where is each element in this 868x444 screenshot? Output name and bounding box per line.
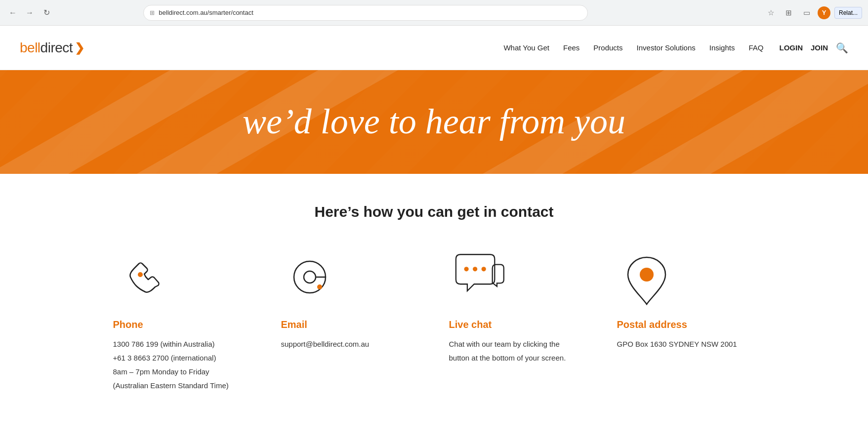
browser-chrome: ← → ↻ ⊞ belldirect.com.au/smarter/contac… — [0, 0, 868, 26]
nav-item-fees[interactable]: Fees — [563, 43, 579, 52]
postal-icon — [617, 250, 676, 309]
nav-item-faq[interactable]: FAQ — [748, 43, 763, 52]
phone-body: 1300 786 199 (within Australia) +61 3 86… — [113, 338, 229, 394]
email-body: support@belldirect.com.au — [281, 338, 370, 352]
email-title: Email — [281, 319, 307, 330]
site-wrapper: belldirect ❯ What You Get Fees Products … — [0, 26, 868, 433]
logo-arrow-icon: ❯ — [75, 41, 84, 55]
logo-text: belldirect — [20, 40, 73, 56]
svg-point-6 — [304, 271, 316, 283]
nav-item-products[interactable]: Products — [593, 43, 622, 52]
url-text: belldirect.com.au/smarter/contact — [159, 9, 581, 16]
search-icon: 🔍 — [836, 42, 848, 53]
address-bar[interactable]: ⊞ belldirect.com.au/smarter/contact — [143, 5, 588, 21]
join-button[interactable]: JOIN — [811, 43, 828, 52]
extensions-button[interactable]: ⊞ — [782, 6, 796, 20]
svg-point-4 — [138, 273, 142, 277]
site-header: belldirect ❯ What You Get Fees Products … — [0, 26, 868, 70]
phone-icon — [113, 250, 172, 309]
nav-actions: LOGIN JOIN 🔍 — [779, 42, 848, 54]
postal-title: Postal address — [617, 319, 687, 330]
email-icon — [281, 250, 340, 309]
contact-card-postal: Postal address GPO Box 1630 SYDNEY NSW 2… — [617, 250, 755, 394]
back-button[interactable]: ← — [6, 6, 20, 20]
security-icon: ⊞ — [150, 9, 155, 16]
contact-cards: Phone 1300 786 199 (within Australia) +6… — [88, 250, 780, 394]
contact-card-email: Email support@belldirect.com.au — [281, 250, 419, 394]
svg-point-10 — [473, 267, 477, 271]
live-chat-icon — [449, 250, 508, 309]
contact-card-phone: Phone 1300 786 199 (within Australia) +6… — [113, 250, 251, 394]
phone-title: Phone — [113, 319, 143, 330]
contact-section: Here’s how you can get in contact Phone … — [0, 174, 868, 433]
nav-buttons: ← → ↻ — [6, 6, 53, 20]
svg-point-8 — [317, 284, 322, 289]
contact-card-live-chat: Live chat Chat with our team by clicking… — [449, 250, 587, 394]
reload-button[interactable]: ↻ — [40, 6, 53, 20]
svg-point-11 — [481, 267, 486, 271]
hero-banner: we’d love to hear from you — [0, 70, 868, 174]
postal-body: GPO Box 1630 SYDNEY NSW 2001 — [617, 338, 737, 352]
svg-point-12 — [640, 268, 654, 282]
bookmark-button[interactable]: ☆ — [764, 6, 778, 20]
search-button[interactable]: 🔍 — [836, 42, 848, 54]
relat-button[interactable]: Relat... — [834, 7, 862, 19]
hero-headline: we’d love to hear from you — [243, 102, 625, 141]
forward-button[interactable]: → — [23, 6, 37, 20]
login-button[interactable]: LOGIN — [779, 43, 803, 52]
nav-item-what-you-get[interactable]: What You Get — [503, 43, 549, 52]
browser-actions: ☆ ⊞ ▭ Y Relat... — [764, 6, 862, 20]
sidebar-button[interactable]: ▭ — [800, 6, 814, 20]
svg-point-9 — [464, 267, 468, 271]
profile-avatar[interactable]: Y — [818, 6, 830, 19]
nav-item-insights[interactable]: Insights — [709, 43, 735, 52]
contact-heading: Here’s how you can get in contact — [20, 203, 848, 220]
live-chat-title: Live chat — [449, 319, 492, 330]
nav-item-investor-solutions[interactable]: Investor Solutions — [637, 43, 696, 52]
logo[interactable]: belldirect ❯ — [20, 40, 84, 56]
live-chat-body: Chat with our team by clicking the butto… — [449, 338, 566, 366]
main-nav: What You Get Fees Products Investor Solu… — [503, 43, 763, 52]
